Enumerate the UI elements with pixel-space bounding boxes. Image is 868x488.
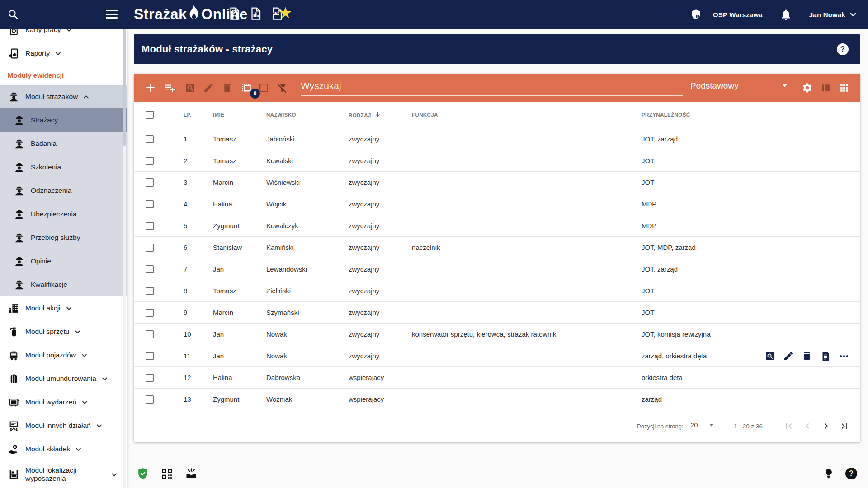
sidebar-item-kwalifikacje[interactable]: Kwalifikacje bbox=[0, 273, 127, 296]
col-header-lp[interactable]: LP. bbox=[184, 102, 213, 128]
table-row[interactable]: 8 Tomasz Zieliński zwyczajny JOT bbox=[134, 280, 860, 301]
row-edit-button[interactable] bbox=[783, 351, 794, 361]
row-checkbox[interactable] bbox=[146, 374, 154, 382]
view-columns-icon[interactable] bbox=[820, 82, 831, 94]
row-preview-button[interactable] bbox=[764, 351, 775, 361]
previous-page-button[interactable] bbox=[802, 421, 813, 432]
lightbulb-icon[interactable] bbox=[823, 468, 835, 479]
footer-help-icon[interactable]: ? bbox=[845, 468, 857, 479]
sidebar-item-ubezpieczenia[interactable]: Ubezpieczenia bbox=[0, 202, 127, 226]
col-header-imie[interactable]: IMIĘ bbox=[213, 102, 266, 128]
cell-rodzaj: zwyczajny bbox=[349, 150, 412, 171]
table-row[interactable]: 2 Tomasz Kowalski zwyczajny JOT bbox=[134, 150, 860, 171]
filter-off-button[interactable] bbox=[277, 82, 288, 94]
row-document-button[interactable] bbox=[820, 351, 831, 361]
sidebar-item-raporty[interactable]: Raporty bbox=[0, 42, 127, 65]
sidebar-item-modul-innych-dzialan[interactable]: Moduł innych działań bbox=[0, 414, 127, 437]
preview-button[interactable] bbox=[184, 82, 196, 94]
search-icon[interactable] bbox=[7, 9, 19, 20]
add-button[interactable] bbox=[145, 82, 156, 94]
table-row[interactable]: 7 Jan Lewandowski zwyczajny JOT, zarząd bbox=[134, 258, 860, 280]
org-shield-icon[interactable] bbox=[690, 9, 702, 21]
row-checkbox[interactable] bbox=[146, 309, 154, 317]
row-checkbox[interactable] bbox=[146, 200, 154, 208]
inbox-tray-icon[interactable] bbox=[185, 467, 198, 480]
row-checkbox[interactable] bbox=[146, 178, 154, 187]
notifications-bell-icon[interactable] bbox=[780, 9, 792, 21]
row-checkbox[interactable] bbox=[146, 352, 154, 360]
report-file-icon[interactable] bbox=[249, 7, 262, 20]
row-checkbox[interactable] bbox=[146, 287, 154, 295]
table-row[interactable]: 4 Halina Wójcik zwyczajny MDP bbox=[134, 193, 860, 215]
row-checkbox[interactable] bbox=[146, 265, 154, 273]
delete-button[interactable] bbox=[222, 82, 233, 94]
select-all-checkbox[interactable] bbox=[146, 111, 154, 119]
cell-nazwisko: Kamiński bbox=[266, 236, 349, 258]
sidebar-item-przebieg-sluzby[interactable]: Przebieg służby bbox=[0, 226, 127, 249]
cell-lp: 6 bbox=[184, 236, 213, 258]
search-input[interactable] bbox=[301, 80, 683, 96]
help-icon[interactable]: ? bbox=[837, 43, 849, 55]
last-page-button[interactable] bbox=[839, 421, 850, 432]
org-name[interactable]: OSP Warszawa bbox=[713, 11, 763, 19]
export-pptx-icon[interactable]: PPTX bbox=[227, 7, 241, 20]
col-header-przynaleznosc[interactable]: PRZYNALEŻNOŚĆ bbox=[642, 102, 860, 128]
row-checkbox[interactable] bbox=[146, 395, 154, 404]
table-row[interactable]: 5 Zygmunt Kowalczyk zwyczajny MDP bbox=[134, 215, 860, 236]
sidebar-scrollbar[interactable] bbox=[123, 29, 126, 488]
chevron-down-icon bbox=[73, 328, 82, 336]
extinguisher-icon bbox=[8, 326, 20, 338]
sidebar-item-badania[interactable]: Badania bbox=[0, 132, 127, 155]
row-delete-button[interactable] bbox=[802, 351, 812, 361]
table-row[interactable]: 10 Jan Nowak zwyczajny konserwator sprzę… bbox=[134, 323, 860, 345]
sidebar-item-modul-skladek[interactable]: Moduł składek bbox=[0, 437, 127, 461]
user-menu-chevron-icon[interactable] bbox=[848, 9, 858, 19]
sidebar-item-odznaczenia[interactable]: Odznaczenia bbox=[0, 179, 127, 202]
view-grid-icon[interactable] bbox=[839, 82, 850, 94]
security-shield-check-icon[interactable] bbox=[137, 467, 149, 480]
sidebar-item-modul-umundurowania[interactable]: Moduł umundurowania bbox=[0, 367, 127, 390]
cell-rodzaj: zwyczajny bbox=[349, 323, 412, 345]
select-area-button[interactable] bbox=[258, 82, 269, 94]
row-checkbox[interactable] bbox=[146, 135, 154, 143]
row-checkbox[interactable] bbox=[146, 244, 154, 252]
col-header-nazwisko[interactable]: NAZWISKO bbox=[266, 102, 349, 128]
sidebar-item-opinie[interactable]: Opinie bbox=[0, 249, 127, 273]
sidebar-item-modul-lokalizacji-wyposazenia[interactable]: Moduł lokalizacji wyposażenia bbox=[0, 461, 127, 488]
col-header-rodzaj[interactable]: RODZAJ bbox=[349, 102, 412, 128]
sidebar-item-strazacy[interactable]: Strażacy bbox=[0, 108, 127, 132]
sidebar-item-modul-sprzetu[interactable]: Moduł sprzętu bbox=[0, 320, 127, 343]
row-more-button[interactable] bbox=[839, 351, 849, 361]
user-name[interactable]: Jan Nowak bbox=[809, 11, 845, 19]
row-checkbox[interactable] bbox=[146, 330, 154, 338]
first-page-button[interactable] bbox=[783, 421, 794, 432]
table-row[interactable]: 13 Zygmunt Woźniak wspierajacy zarząd bbox=[134, 388, 860, 410]
multi-window-button[interactable]: 0 bbox=[240, 82, 252, 94]
edit-button[interactable] bbox=[203, 82, 214, 94]
table-row[interactable]: 1 Tomasz Jabłoński zwyczajny JOT, zarząd bbox=[134, 128, 860, 150]
playlist-add-button[interactable] bbox=[164, 82, 175, 94]
sidebar-item-modul-akcji[interactable]: Moduł akcji bbox=[0, 296, 127, 320]
menu-hamburger-icon[interactable] bbox=[106, 10, 118, 19]
view-select[interactable]: Podstawowy bbox=[689, 80, 788, 95]
table-row[interactable]: 11 Jan Nowak zwyczajny zarząd, orkiestra… bbox=[134, 345, 860, 366]
sidebar-item-modul-wydarzen[interactable]: Moduł wydarzeń bbox=[0, 390, 127, 414]
table-row[interactable]: 12 Halina Dąbrowska wspierajacy orkiestr… bbox=[134, 366, 860, 388]
sidebar-item-label: Moduł strażaków bbox=[25, 93, 78, 101]
sidebar-item-szkolenia[interactable]: Szkolenia bbox=[0, 155, 127, 179]
sidebar-item-modul-pojazdow[interactable]: Moduł pojazdów bbox=[0, 343, 127, 367]
settings-gear-icon[interactable] bbox=[802, 82, 813, 94]
row-checkbox[interactable] bbox=[146, 157, 154, 165]
favorite-star-icon[interactable]: ★ bbox=[278, 4, 292, 22]
per-page-select[interactable]: 20 bbox=[690, 422, 715, 431]
view-select-value: Podstawowy bbox=[690, 81, 739, 91]
row-checkbox[interactable] bbox=[146, 222, 154, 230]
table-row[interactable]: 6 Stanisław Kamiński zwyczajny naczelnik… bbox=[134, 236, 860, 258]
sidebar-item-karty-pracy[interactable]: Karty pracy bbox=[0, 29, 127, 42]
table-row[interactable]: 9 Marcin Szymański zwyczajny JOT bbox=[134, 301, 860, 323]
sidebar-item-modul-strazakow[interactable]: Moduł strażaków bbox=[0, 85, 127, 108]
qr-scan-icon[interactable] bbox=[161, 468, 173, 480]
next-page-button[interactable] bbox=[821, 421, 831, 432]
table-row[interactable]: 3 Marcin Wiśniewski zwyczajny JOT bbox=[134, 171, 860, 193]
col-header-funkcja[interactable]: FUNKCJA bbox=[412, 102, 642, 128]
